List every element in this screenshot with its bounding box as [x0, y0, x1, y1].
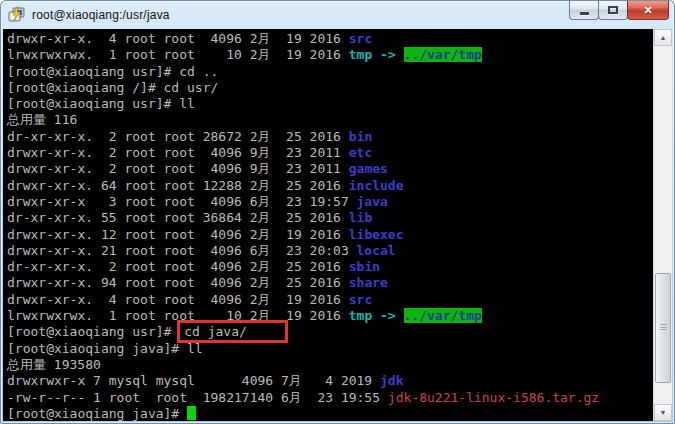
terminal-text: include [349, 178, 404, 193]
terminal-text: dr-xr-xr-x. 2 root root 28672 2月 25 2016 [7, 129, 349, 144]
terminal-text: sbin [349, 259, 380, 274]
terminal-text: tmp -> [349, 47, 404, 62]
terminal-text: jdk-8u221-linux-i586.tar.gz [388, 390, 599, 405]
terminal-text: java [357, 194, 388, 209]
terminal-line: dr-xr-xr-x. 2 root root 28672 2月 25 2016… [7, 129, 653, 145]
maximize-button[interactable] [598, 1, 628, 20]
terminal-line: drwxr-xr-x. 12 root root 4096 2月 19 2016… [7, 227, 653, 243]
scroll-down-button[interactable]: ▼ [654, 404, 672, 421]
terminal-line: drwxr-xr-x 3 root root 4096 6月 23 19:57 … [7, 194, 653, 210]
terminal-line: [root@xiaoqiang usr]# ll [7, 96, 653, 112]
terminal-line: drwxr-xr-x. 2 root root 4096 9月 23 2011 … [7, 161, 653, 177]
terminal-output[interactable]: drwxr-xr-x. 4 root root 4096 2月 19 2016 … [3, 29, 653, 421]
terminal-line: [root@xiaoqiang /]# cd usr/ [7, 80, 653, 96]
terminal-line: drwxrwxr-x 7 mysql mysql 4096 7月 4 2019 … [7, 373, 653, 389]
terminal-text: [root@xiaoqiang java]# ll [7, 341, 203, 356]
terminal-text: drwxr-xr-x. 94 root root 4096 2月 25 2016 [7, 275, 349, 290]
terminal-text: drwxrwxr-x 7 mysql mysql 4096 7月 4 2019 [7, 373, 380, 388]
terminal-line: [root@xiaoqiang usr]# cd .. [7, 64, 653, 80]
terminal-text: ../var/tmp [404, 47, 482, 62]
terminal-line: drwxr-xr-x. 4 root root 4096 2月 19 2016 … [7, 31, 653, 47]
terminal-text: [root@xiaoqiang /]# cd usr/ [7, 80, 218, 95]
terminal-text: drwxr-xr-x. 64 root root 12288 2月 25 201… [7, 178, 349, 193]
terminal-line: drwxr-xr-x. 21 root root 4096 6月 23 20:0… [7, 243, 653, 259]
terminal-text: drwxr-xr-x 3 root root 4096 6月 23 19:57 [7, 194, 357, 209]
terminal-text: src [349, 292, 372, 307]
terminal-text: libexec [349, 227, 404, 242]
scrollbar-thumb[interactable]: ☰ [655, 273, 671, 383]
scrollbar-grip-icon: ☰ [659, 324, 666, 332]
terminal-text: lib [349, 210, 372, 225]
terminal-text: [root@xiaoqiang java]# [7, 406, 187, 421]
terminal-text: local [357, 243, 396, 258]
client-area: drwxr-xr-x. 4 root root 4096 2月 19 2016 … [3, 29, 672, 421]
scroll-down-icon: ▼ [660, 409, 667, 416]
terminal-text: 总用量 116 [7, 112, 77, 127]
terminal-text: games [349, 161, 388, 176]
terminal-text: share [349, 275, 388, 290]
window-title: root@xiaoqiang:/usr/java [32, 8, 170, 22]
terminal-text: 总用量 193580 [7, 357, 101, 372]
terminal-line: [root@xiaoqiang java]# ll [7, 341, 653, 357]
scroll-up-icon: ▲ [660, 34, 667, 41]
scroll-up-button[interactable]: ▲ [654, 29, 672, 46]
terminal-line: drwxr-xr-x. 2 root root 4096 9月 23 2011 … [7, 145, 653, 161]
titlebar[interactable]: root@xiaoqiang:/usr/java ✕ [0, 0, 675, 29]
close-icon: ✕ [643, 5, 652, 16]
putty-window: root@xiaoqiang:/usr/java ✕ drwxr-xr-x. 4… [0, 0, 675, 424]
maximize-icon [608, 6, 618, 14]
terminal-line: 总用量 193580 [7, 357, 653, 373]
putty-terminal-icon [8, 6, 26, 24]
terminal-line: 总用量 116 [7, 112, 653, 128]
terminal-line: dr-xr-xr-x. 55 root root 36864 2月 25 201… [7, 210, 653, 226]
terminal-line: drwxr-xr-x. 94 root root 4096 2月 25 2016… [7, 275, 653, 291]
terminal-line: [root@xiaoqiang java]# [7, 406, 653, 421]
scrollbar[interactable]: ▲ ☰ ▼ [653, 29, 672, 421]
close-button[interactable]: ✕ [627, 1, 669, 20]
terminal-text: bin [349, 129, 372, 144]
terminal-line: lrwxrwxrwx. 1 root root 10 2月 19 2016 tm… [7, 47, 653, 63]
terminal-text: [root@xiaoqiang usr]# cd .. [7, 64, 218, 79]
terminal-line: lrwxrwxrwx. 1 root root 10 2月 19 2016 tm… [7, 308, 653, 324]
terminal-text: dr-xr-xr-x. 55 root root 36864 2月 25 201… [7, 210, 349, 225]
terminal-text: drwxr-xr-x. 2 root root 4096 9月 23 2011 [7, 145, 349, 160]
terminal-text: drwxr-xr-x. 2 root root 4096 9月 23 2011 [7, 161, 349, 176]
terminal-text: jdk [380, 373, 403, 388]
terminal-text: dr-xr-xr-x. 2 root root 4096 2月 25 2016 [7, 259, 349, 274]
terminal-text: src [349, 31, 372, 46]
terminal-text: drwxr-xr-x. 4 root root 4096 2月 19 2016 [7, 292, 349, 307]
terminal-text: lrwxrwxrwx. 1 root root 10 2月 19 2016 [7, 47, 349, 62]
terminal-text: ../var/tmp [404, 308, 482, 323]
terminal-text: drwxr-xr-x. 21 root root 4096 6月 23 20:0… [7, 243, 357, 258]
minimize-icon [580, 12, 589, 15]
terminal-text: -rw-r--r-- 1 root root 198217140 6月 23 1… [7, 390, 388, 405]
terminal-line: drwxr-xr-x. 4 root root 4096 2月 19 2016 … [7, 292, 653, 308]
terminal-line: dr-xr-xr-x. 2 root root 4096 2月 25 2016 … [7, 259, 653, 275]
caption-buttons: ✕ [570, 1, 669, 20]
terminal-cursor [187, 406, 196, 420]
terminal-text: etc [349, 145, 372, 160]
terminal-line: drwxr-xr-x. 64 root root 12288 2月 25 201… [7, 178, 653, 194]
terminal-text: [root@xiaoqiang usr]# ll [7, 96, 195, 111]
terminal-text: drwxr-xr-x. 4 root root 4096 2月 19 2016 [7, 31, 349, 46]
terminal-text: tmp -> [349, 308, 404, 323]
terminal-text: [root@xiaoqiang usr]# [7, 324, 179, 339]
terminal-line: -rw-r--r-- 1 root root 198217140 6月 23 1… [7, 390, 653, 406]
terminal-text: drwxr-xr-x. 12 root root 4096 2月 19 2016 [7, 227, 349, 242]
minimize-button[interactable] [569, 1, 599, 20]
terminal-line: [root@xiaoqiang usr]# cd java/ [7, 324, 653, 340]
